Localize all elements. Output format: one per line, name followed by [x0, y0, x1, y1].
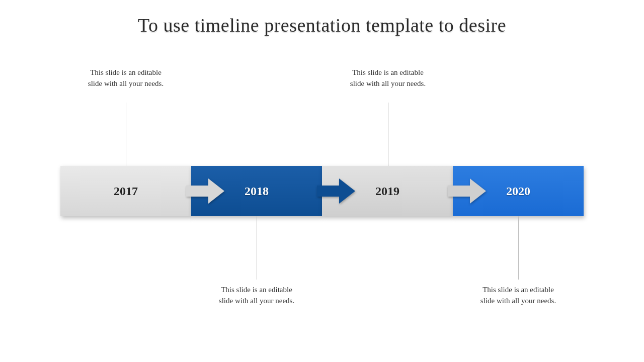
timeline-block-2017: 2017 — [60, 166, 191, 216]
year-label: 2017 — [114, 185, 138, 198]
timeline-caption-2017: This slide is an editable slide with all… — [83, 67, 169, 89]
year-label: 2020 — [506, 185, 530, 198]
timeline-block-2019: 2019 — [322, 166, 453, 216]
connector-line — [126, 103, 126, 166]
timeline-caption-2019: This slide is an editable slide with all… — [345, 67, 431, 89]
connector-line — [518, 216, 519, 280]
arrow-icon — [448, 178, 488, 204]
arrow-icon — [186, 178, 226, 204]
timeline-block-2020: 2020 — [453, 166, 584, 216]
timeline-row: 2017 2018 2019 2020 — [60, 166, 584, 216]
year-label: 2018 — [245, 185, 269, 198]
arrow-icon — [317, 178, 357, 204]
connector-line — [257, 216, 257, 280]
timeline-caption-2018: This slide is an editable slide with all… — [214, 285, 299, 307]
connector-line — [388, 103, 388, 166]
timeline-caption-2020: This slide is an editable slide with all… — [475, 285, 561, 307]
page-title: To use timeline presentation template to… — [0, 14, 644, 36]
year-label: 2019 — [375, 185, 399, 198]
timeline-block-2018: 2018 — [191, 166, 322, 216]
